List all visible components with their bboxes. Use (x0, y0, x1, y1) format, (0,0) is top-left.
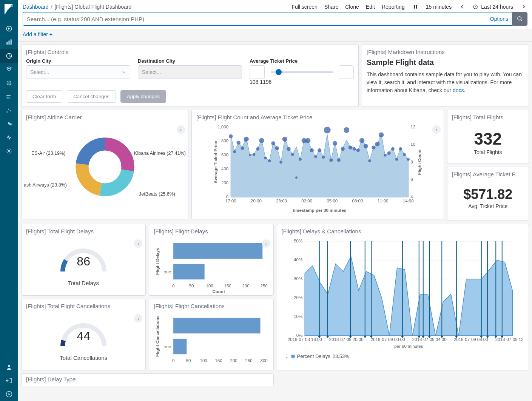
origin-city-select[interactable]: Select... (26, 65, 130, 79)
panel-title: [Flights] Flight Cancellations (154, 303, 268, 309)
svg-point-17 (518, 17, 521, 20)
svg-rect-1 (6, 42, 8, 45)
svg-text:0: 0 (172, 284, 174, 288)
svg-point-77 (356, 149, 360, 152)
reporting-button[interactable]: Reporting (382, 4, 405, 10)
search-input[interactable] (27, 16, 490, 22)
svg-text:17:00: 17:00 (225, 199, 236, 203)
svg-rect-136 (173, 318, 260, 333)
destination-city-label: Destination City (138, 58, 242, 64)
nav-management-icon[interactable] (0, 144, 18, 158)
price-range-slider[interactable] (268, 65, 336, 79)
svg-point-66 (314, 155, 317, 158)
panel-flight-delays: [Flights] Flight Delays ‹ true0501001502… (149, 224, 273, 296)
cancel-changes-button[interactable]: Cancel changes (67, 90, 116, 103)
range-min-input[interactable] (250, 65, 265, 79)
chevron-down-icon[interactable]: ⌄ (285, 353, 289, 359)
svg-point-68 (322, 156, 325, 159)
search-submit-button[interactable] (512, 12, 527, 26)
svg-point-48 (244, 137, 249, 142)
pause-icon[interactable] (412, 3, 419, 11)
svg-text:300: 300 (261, 358, 268, 363)
nav-logout-icon[interactable] (0, 374, 18, 387)
svg-text:Flight Delays: Flight Delays (155, 248, 160, 275)
share-button[interactable]: Share (324, 4, 338, 10)
filter-bar: Add a filter + (18, 29, 532, 42)
svg-point-76 (353, 147, 356, 151)
svg-text:200: 200 (242, 284, 250, 288)
time-range-button[interactable]: Last 24 hours (473, 4, 513, 10)
edit-button[interactable]: Edit (366, 4, 375, 10)
svg-text:10: 10 (410, 142, 415, 147)
svg-text:150: 150 (224, 284, 231, 288)
svg-point-59 (287, 147, 291, 151)
add-filter-label: Add a filter (23, 31, 48, 37)
panel-total-delays: [Flights] Total Flight Delays ‹ 86 Total… (21, 224, 146, 296)
destination-city-select[interactable]: Select... (138, 65, 242, 79)
svg-point-88 (399, 147, 402, 151)
svg-point-55 (271, 141, 275, 145)
search-box[interactable]: Options (23, 12, 512, 26)
chart-nav-left-icon[interactable]: ‹ (432, 125, 441, 134)
svg-point-78 (359, 138, 365, 143)
svg-text:800: 800 (221, 139, 228, 143)
panel-delays-cancellations: [Flights] Delays & Cancellations 0%10%20… (277, 224, 529, 370)
clear-form-button[interactable]: Clear form (26, 90, 62, 103)
nav-apm-icon[interactable] (0, 76, 18, 90)
select-placeholder: Select... (142, 69, 161, 75)
refresh-interval[interactable]: 15 minutes (426, 4, 452, 10)
svg-text:50: 50 (186, 358, 191, 363)
nav-account-icon[interactable] (0, 360, 18, 374)
kibana-logo[interactable] (0, 0, 18, 18)
fullscreen-button[interactable]: Full screen (291, 4, 317, 10)
svg-rect-15 (416, 5, 417, 8)
range-handle[interactable] (276, 69, 282, 75)
clone-button[interactable]: Clone (345, 4, 359, 10)
avg-price-label: Avg. Ticket Price (452, 203, 524, 209)
svg-rect-3 (11, 40, 12, 45)
svg-point-86 (391, 147, 395, 151)
apply-changes-button[interactable]: Apply changes (120, 90, 166, 103)
nav-monitoring-icon[interactable] (0, 131, 18, 144)
search-options-link[interactable]: Options (490, 16, 508, 22)
svg-point-12 (8, 365, 10, 367)
nav-canvas-icon[interactable] (0, 90, 18, 103)
time-next-icon[interactable] (520, 3, 527, 11)
range-min-value: 108 (250, 79, 258, 85)
svg-point-64 (305, 138, 311, 143)
svg-text:Count: Count (213, 289, 225, 294)
nav-dashboard-icon[interactable] (0, 49, 18, 63)
chart-nav-left-icon[interactable]: ‹ (134, 314, 142, 322)
nav-sidebar (0, 0, 18, 401)
svg-point-74 (344, 127, 349, 133)
select-placeholder: Select... (30, 69, 49, 75)
nav-devtools-icon[interactable] (0, 117, 18, 131)
add-filter-button[interactable]: Add a filter + (23, 31, 52, 37)
nav-visualize-icon[interactable] (0, 35, 18, 49)
svg-text:200: 200 (230, 358, 237, 363)
docs-link[interactable]: docs (453, 87, 464, 93)
range-max-value: 1196 (260, 79, 271, 85)
range-max-input[interactable] (339, 65, 354, 79)
svg-text:05:00: 05:00 (327, 199, 338, 203)
svg-point-61 (295, 176, 298, 179)
svg-text:8: 8 (410, 160, 413, 164)
panel-flight-cancellations: [Flights] Flight Cancellations true05010… (149, 299, 273, 370)
nav-collapse-icon[interactable] (0, 387, 18, 401)
chart-nav-left-icon[interactable]: ‹ (262, 239, 270, 248)
nav-timelion-icon[interactable] (0, 63, 18, 76)
markdown-body: This dashboard contains sample data for … (367, 71, 524, 94)
nav-ml-icon[interactable] (0, 103, 18, 117)
svg-point-58 (282, 137, 288, 142)
panel-title: [Flights] Delay Type (26, 376, 269, 382)
panel-markdown: [Flights] Markdown Instructions Sample F… (362, 45, 529, 107)
svg-point-80 (368, 159, 371, 162)
svg-point-87 (395, 158, 398, 161)
breadcrumb-root[interactable]: Dashboard (23, 4, 49, 10)
nav-discover-icon[interactable] (0, 22, 18, 35)
time-prev-icon[interactable] (458, 3, 466, 11)
chart-nav-left-icon[interactable]: ‹ (134, 239, 142, 248)
svg-point-60 (291, 153, 294, 156)
svg-point-57 (279, 161, 282, 164)
svg-text:23:00: 23:00 (276, 199, 287, 203)
